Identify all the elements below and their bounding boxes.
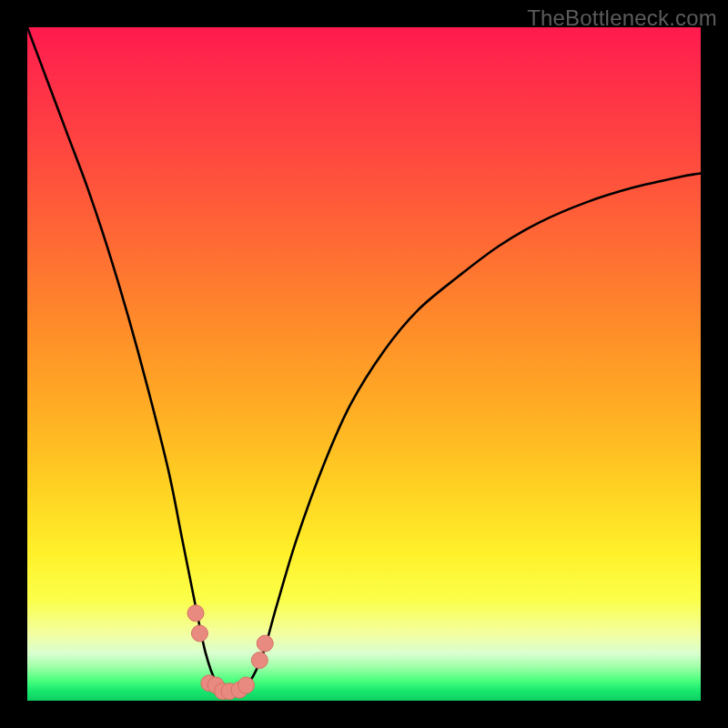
curve-marker	[251, 652, 268, 669]
curve-marker	[257, 635, 273, 652]
plot-area	[27, 27, 701, 701]
curve-marker	[191, 625, 207, 642]
curve-marker	[238, 677, 255, 693]
bottleneck-curve	[27, 27, 701, 693]
chart-svg	[27, 27, 701, 701]
curve-marker	[187, 605, 204, 622]
curve-markers	[187, 605, 273, 700]
chart-frame: TheBottleneck.com	[0, 0, 728, 728]
